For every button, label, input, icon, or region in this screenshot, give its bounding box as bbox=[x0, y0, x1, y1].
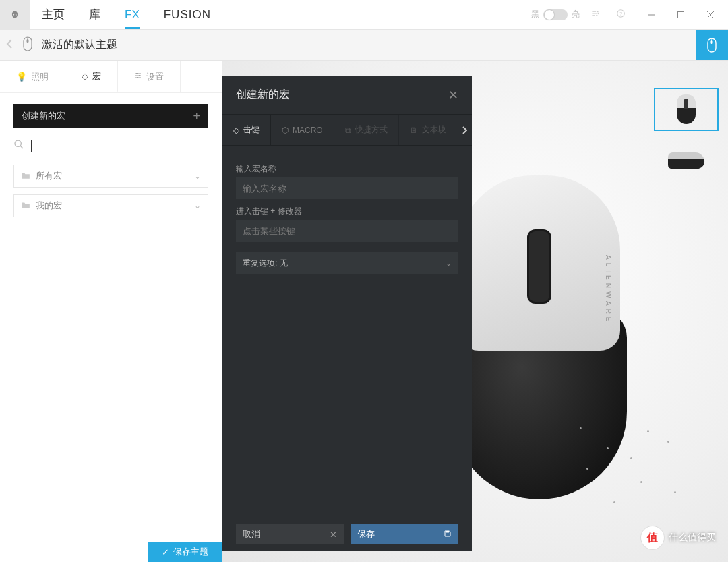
sidebar-tab-settings[interactable]: 设置 bbox=[118, 61, 181, 92]
keystroke-input[interactable] bbox=[236, 220, 458, 242]
save-label: 保存 bbox=[357, 528, 375, 540]
device-icon bbox=[22, 36, 34, 54]
view-thumb-side[interactable] bbox=[654, 139, 719, 182]
bulb-icon: 💡 bbox=[16, 72, 27, 82]
page-title: 激活的默认主题 bbox=[42, 38, 117, 52]
cancel-button[interactable]: 取消 ✕ bbox=[236, 524, 344, 544]
text-icon: 🗎 bbox=[410, 125, 418, 135]
diamond-icon: ◇ bbox=[82, 71, 88, 81]
theme-dark-label: 黑 bbox=[531, 9, 539, 20]
save-theme-button[interactable]: ✓ 保存主题 bbox=[148, 542, 222, 562]
close-button[interactable] bbox=[696, 5, 725, 25]
nav-tab-fusion[interactable]: FUSION bbox=[152, 0, 223, 29]
save-theme-label: 保存主题 bbox=[173, 546, 208, 558]
modal-tab-label: MACRO bbox=[293, 125, 323, 135]
repeat-label: 重复选项: bbox=[243, 258, 277, 269]
svg-point-0 bbox=[597, 11, 598, 12]
modal-tab-shortcut[interactable]: ⧉ 快捷方式 bbox=[334, 115, 399, 145]
svg-point-1 bbox=[598, 13, 599, 14]
macro-icon: ⬡ bbox=[282, 125, 289, 135]
modal-tab-label: 文本块 bbox=[422, 124, 446, 136]
device-view-button[interactable] bbox=[696, 30, 728, 60]
view-thumbnails bbox=[654, 88, 719, 182]
search-input[interactable] bbox=[38, 140, 208, 151]
svg-point-2 bbox=[596, 15, 597, 16]
chevron-down-icon: ⌄ bbox=[194, 201, 201, 210]
theme-toggle[interactable]: 黑 亮 bbox=[531, 9, 580, 20]
alien-logo-icon bbox=[10, 10, 20, 20]
watermark-text: 什么值得买 bbox=[669, 532, 716, 544]
save-icon bbox=[444, 530, 452, 540]
maximize-button[interactable] bbox=[666, 5, 696, 25]
sidebar-tab-label: 设置 bbox=[146, 71, 164, 83]
theme-light-label: 亮 bbox=[572, 9, 580, 20]
svg-rect-14 bbox=[711, 40, 713, 44]
mouse-top-icon bbox=[677, 94, 696, 124]
folder-all-macros[interactable]: 所有宏 ⌄ bbox=[13, 165, 208, 188]
nav-tabs: 主页 库 FX FUSION bbox=[30, 0, 223, 29]
repeat-select[interactable]: 重复选项: 无 ⌄ bbox=[236, 252, 458, 274]
topbar-right: 黑 亮 ? bbox=[531, 5, 728, 25]
sliders-icon bbox=[134, 72, 142, 82]
svg-text:?: ? bbox=[619, 11, 622, 17]
search-row bbox=[13, 139, 208, 152]
folder-my-macros[interactable]: 我的宏 ⌄ bbox=[13, 194, 208, 217]
chevron-down-icon: ⌄ bbox=[446, 259, 452, 268]
shortcut-icon: ⧉ bbox=[345, 125, 351, 135]
modal-title: 创建新的宏 bbox=[236, 88, 290, 102]
nav-tab-fx[interactable]: FX bbox=[113, 0, 152, 29]
sidebar-tab-macro[interactable]: ◇ 宏 bbox=[65, 61, 118, 92]
minimize-button[interactable] bbox=[636, 5, 666, 25]
chevron-down-icon: ⌄ bbox=[194, 171, 201, 181]
sub-header: 激活的默认主题 bbox=[0, 30, 728, 61]
app-logo bbox=[0, 0, 30, 30]
folder-icon bbox=[21, 171, 30, 181]
svg-point-18 bbox=[15, 140, 21, 146]
watermark-badge: 值 bbox=[640, 526, 665, 550]
modal-tabs-next-button[interactable] bbox=[456, 115, 472, 145]
mouse-side-icon bbox=[668, 152, 704, 169]
keystroke-label: 进入击键 + 修改器 bbox=[236, 206, 458, 217]
device-render: ALIENWARE bbox=[452, 175, 627, 499]
sidebar-tab-label: 宏 bbox=[92, 70, 101, 82]
folder-label: 我的宏 bbox=[36, 200, 62, 212]
text-cursor bbox=[31, 140, 32, 152]
toggle-track[interactable] bbox=[543, 9, 568, 20]
modal-tab-keystroke[interactable]: ◇ 击键 bbox=[222, 115, 271, 145]
modal-footer: 取消 ✕ 保存 bbox=[222, 519, 472, 551]
svg-point-16 bbox=[139, 75, 140, 76]
create-macro-label: 创建新的宏 bbox=[22, 110, 65, 122]
modal-tab-label: 快捷方式 bbox=[355, 124, 388, 136]
macro-name-input[interactable] bbox=[236, 177, 458, 199]
create-macro-modal: 创建新的宏 ✕ ◇ 击键 ⬡ MACRO ⧉ 快捷方式 🗎 文本块 输入宏名称 … bbox=[222, 76, 472, 551]
toggle-knob bbox=[545, 10, 554, 20]
nav-tab-home[interactable]: 主页 bbox=[30, 0, 77, 29]
modal-close-button[interactable]: ✕ bbox=[448, 88, 458, 103]
diamond-icon: ◇ bbox=[233, 125, 239, 135]
modal-tabs: ◇ 击键 ⬡ MACRO ⧉ 快捷方式 🗎 文本块 bbox=[222, 115, 472, 146]
svg-point-17 bbox=[137, 77, 138, 78]
help-icon[interactable]: ? bbox=[611, 9, 631, 20]
sidebar-tab-lighting[interactable]: 💡 照明 bbox=[0, 61, 65, 92]
svg-rect-6 bbox=[678, 11, 684, 18]
svg-rect-20 bbox=[446, 531, 449, 533]
create-macro-button[interactable]: 创建新的宏 + bbox=[13, 104, 208, 128]
check-icon: ✓ bbox=[162, 547, 169, 557]
view-thumb-top[interactable] bbox=[654, 88, 719, 131]
window-controls bbox=[636, 5, 725, 25]
modal-tab-macro[interactable]: ⬡ MACRO bbox=[271, 115, 334, 145]
svg-rect-11 bbox=[27, 39, 29, 43]
sidebar: 💡 照明 ◇ 宏 设置 创建新的宏 + bbox=[0, 61, 222, 562]
plus-icon: + bbox=[193, 109, 200, 123]
modal-tab-textblock[interactable]: 🗎 文本块 bbox=[399, 115, 458, 145]
search-icon bbox=[13, 139, 24, 152]
settings-icon[interactable] bbox=[585, 9, 605, 20]
save-button[interactable]: 保存 bbox=[351, 524, 458, 544]
watermark: 值 什么值得买 bbox=[640, 526, 716, 550]
back-button[interactable] bbox=[0, 39, 19, 51]
sidebar-tab-label: 照明 bbox=[31, 71, 49, 83]
svg-line-19 bbox=[20, 146, 23, 148]
macro-name-label: 输入宏名称 bbox=[236, 163, 458, 175]
folder-label: 所有宏 bbox=[36, 170, 62, 182]
nav-tab-library[interactable]: 库 bbox=[77, 0, 113, 29]
